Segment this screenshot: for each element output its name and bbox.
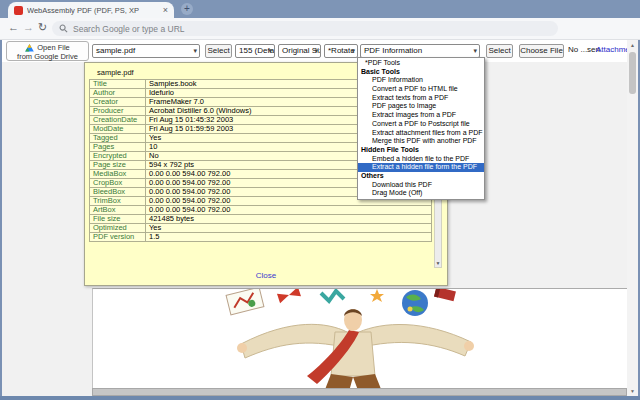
dialog-title: sample.pdf	[97, 68, 134, 77]
info-value: 421485 bytes	[146, 215, 432, 224]
menu-item[interactable]: Download this PDF	[358, 181, 484, 190]
page-vertical-scrollbar[interactable]: ▲ ▼	[627, 40, 638, 396]
info-key: BleedBox	[90, 188, 146, 197]
tools-select-value: PDF Information	[364, 46, 422, 55]
search-icon	[59, 24, 68, 33]
info-value: 0.00 0.00 594.00 792.00	[146, 206, 432, 215]
menu-item[interactable]: Basic Tools	[358, 68, 484, 77]
refresh-icon[interactable]: ↻	[38, 21, 47, 34]
dialog-close-link[interactable]: Close	[85, 271, 447, 280]
info-key: Pages	[90, 143, 146, 152]
menu-item[interactable]: Hidden File Tools	[358, 146, 484, 155]
rotate-select[interactable]: *Rotate ▾	[324, 44, 358, 58]
tab-title: WebAssembly PDF (PDF, PS, XP	[27, 6, 159, 15]
window-border-bottom	[0, 396, 640, 400]
info-key: Page size	[90, 161, 146, 170]
horizontal-scrollbar[interactable]	[92, 388, 627, 396]
chevron-down-icon: ▾	[193, 45, 197, 57]
info-key: Optimized	[90, 224, 146, 233]
select-button-2[interactable]: Select	[486, 44, 513, 58]
info-key: Tagged	[90, 134, 146, 143]
google-drive-icon	[25, 44, 34, 52]
omnibox-placeholder: Search Google or type a URL	[73, 24, 185, 34]
browser-tab[interactable]: WebAssembly PDF (PDF, PS, XP ×	[8, 2, 174, 18]
back-icon[interactable]: ←	[8, 21, 19, 33]
pdf-page	[92, 288, 627, 388]
menu-item[interactable]: Extract attachment files from a PDF	[358, 129, 484, 138]
pdf-page-illustration	[93, 289, 627, 388]
info-key: TrimBox	[90, 197, 146, 206]
menu-item[interactable]: Convert a PDF to Postscript file	[358, 120, 484, 129]
browser-navbar: ← → ↻ Search Google or type a URL a	[0, 18, 640, 40]
menu-item[interactable]: Drag Mode (Off)	[358, 189, 484, 198]
info-key: Author	[90, 89, 146, 98]
chevron-down-icon: ▾	[473, 45, 477, 57]
info-key: PDF version	[90, 233, 146, 242]
chevron-down-icon: ▾	[268, 45, 272, 57]
file-select[interactable]: sample.pdf ▾	[92, 44, 200, 58]
chevron-down-icon: ▾	[314, 45, 318, 57]
menu-item[interactable]: Convert a PDF to HTML file	[358, 85, 484, 94]
scroll-down-icon[interactable]: ▼	[627, 388, 638, 394]
menu-item[interactable]: Extract a hidden file form the PDF	[358, 163, 484, 172]
table-row: PDF version 1.5	[90, 233, 432, 242]
pdf-favicon-icon	[14, 6, 23, 15]
info-key: CropBox	[90, 179, 146, 188]
tools-dropdown-menu: *PDF Tools Basic Tools PDF Information C…	[357, 57, 485, 200]
table-row: File size 421485 bytes	[90, 215, 432, 224]
scrollbar-thumb[interactable]	[629, 52, 636, 94]
menu-item[interactable]: PDF pages to Image	[358, 102, 484, 111]
info-key: CreationDate	[90, 116, 146, 125]
info-key: Creator	[90, 98, 146, 107]
menu-item[interactable]: PDF Information	[358, 76, 484, 85]
tab-close-icon[interactable]: ×	[163, 6, 168, 15]
info-key: Producer	[90, 107, 146, 116]
select-button-1[interactable]: Select	[205, 44, 232, 58]
forward-icon[interactable]: →	[23, 21, 34, 33]
table-row: ArtBox 0.00 0.00 594.00 792.00	[90, 206, 432, 215]
zoom-select[interactable]: 155 (Defa ▾	[235, 44, 275, 58]
menu-item[interactable]: *PDF Tools	[358, 59, 484, 68]
open-drive-button[interactable]: Open File from Google Drive	[6, 41, 89, 61]
info-key: ModDate	[90, 125, 146, 134]
chevron-down-icon: ▾	[351, 45, 355, 57]
scroll-down-icon[interactable]: ▼	[435, 260, 441, 266]
info-value: 1.5	[146, 233, 432, 242]
choose-file-button[interactable]: Choose File	[519, 44, 564, 58]
info-value: Yes	[146, 224, 432, 233]
info-key: Encrypted	[90, 152, 146, 161]
size-select[interactable]: Original Siz ▾	[278, 44, 321, 58]
menu-item[interactable]: Others	[358, 172, 484, 181]
menu-item[interactable]: Extract texts from a PDF	[358, 94, 484, 103]
scroll-up-icon[interactable]: ▲	[627, 42, 638, 48]
omnibox[interactable]: Search Google or type a URL	[52, 21, 558, 36]
info-key: MediaBox	[90, 170, 146, 179]
open-drive-label-2: from Google Drive	[7, 52, 88, 61]
menu-item[interactable]: Embed a hidden file to the PDF	[358, 155, 484, 164]
file-select-value: sample.pdf	[96, 46, 135, 55]
menu-item[interactable]: Extract images from a PDF	[358, 111, 484, 120]
info-key: Title	[90, 80, 146, 89]
info-key: ArtBox	[90, 206, 146, 215]
window-titlebar: WebAssembly PDF (PDF, PS, XP × +	[0, 0, 640, 18]
new-tab-button[interactable]: +	[181, 3, 193, 15]
tools-select[interactable]: PDF Information ▾	[360, 44, 480, 58]
open-drive-label-1: Open File	[37, 43, 70, 52]
info-key: File size	[90, 215, 146, 224]
menu-item[interactable]: Merge this PDF with another PDF	[358, 137, 484, 146]
table-row: Optimized Yes	[90, 224, 432, 233]
